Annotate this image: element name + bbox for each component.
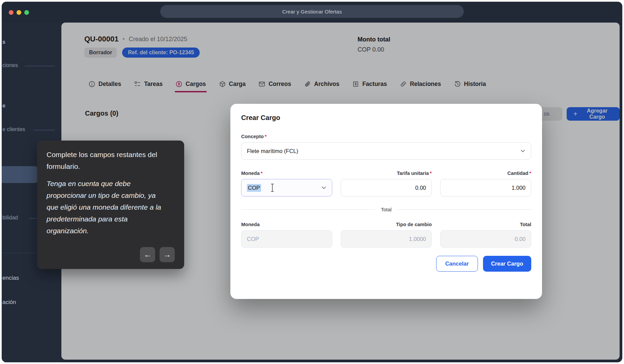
total-divider-label: Total [381, 207, 392, 212]
window-title: Crear y Gestionar Ofertas [282, 9, 342, 14]
required-mark: * [529, 171, 531, 176]
required-mark: * [265, 134, 267, 139]
tarifa-value: 0.00 [415, 185, 426, 191]
total-moneda-label: Moneda [241, 222, 332, 227]
sidebar-item-selected[interactable] [2, 166, 38, 183]
concepto-value: Flete marítimo (FCL) [247, 148, 298, 154]
sidebar-separator [34, 130, 55, 130]
cantidad-value: 1.000 [512, 185, 526, 191]
required-mark: * [430, 171, 432, 176]
total-label: Total [440, 222, 531, 227]
arrow-left-icon: ← [144, 250, 151, 259]
concepto-select[interactable]: Flete marítimo (FCL) [241, 142, 531, 160]
modal-footer: Cancelar Crear Cargo [241, 256, 531, 272]
sidebar-item[interactable]: s [2, 39, 5, 45]
concepto-label: Concepto* [241, 134, 531, 139]
close-window-icon[interactable] [9, 10, 13, 15]
total-input-disabled: 0.00 [440, 230, 531, 248]
tipo-cambio-label: Tipo de cambio [341, 222, 432, 227]
address-bar[interactable]: Crear y Gestionar Ofertas [160, 5, 464, 18]
chevron-down-icon [519, 148, 526, 154]
tarifa-input[interactable]: 0.00 [341, 179, 432, 196]
screenshot-root: Crear y Gestionar Ofertas s ciones e e c… [0, 0, 624, 364]
moneda-label: Moneda* [241, 171, 332, 176]
cancel-button[interactable]: Cancelar [436, 256, 478, 272]
tarifa-label: Tarifa unitaria* [341, 171, 432, 176]
tour-tooltip: Complete los campos restantes del formul… [37, 141, 184, 269]
sidebar-item[interactable]: e [2, 103, 5, 109]
tipo-cambio-value: 1.0000 [409, 236, 426, 242]
tour-next-button[interactable]: → [160, 247, 175, 262]
tipo-cambio-input-disabled: 1.0000 [341, 230, 432, 248]
cantidad-input[interactable]: 1.000 [440, 179, 531, 196]
total-divider: Total [241, 207, 531, 212]
sidebar-item[interactable]: encias [2, 275, 19, 281]
tour-text-2: Tenga en cuenta que debe proporcionar un… [47, 178, 161, 237]
cantidad-label: Cantidad* [440, 171, 531, 176]
chevron-down-icon [320, 184, 327, 191]
tour-text-1: Complete los campos restantes del formul… [47, 149, 161, 172]
modal-title: Crear Cargo [241, 114, 531, 122]
titlebar: Crear y Gestionar Ofertas [2, 2, 622, 23]
total-value: 0.00 [515, 236, 526, 242]
sidebar-item[interactable]: bilidad [2, 215, 18, 221]
tour-navigation: ← → [140, 247, 175, 262]
window-controls [9, 10, 29, 15]
moneda-selected-text: COP [247, 184, 261, 192]
create-charge-modal: Crear Cargo Concepto* Flete marítimo (FC… [230, 104, 542, 299]
moneda-combobox[interactable]: COP [241, 179, 332, 196]
arrow-right-icon: → [163, 250, 171, 259]
sidebar-separator [25, 66, 55, 66]
sidebar-item[interactable]: ciones [2, 62, 18, 68]
create-charge-submit-button[interactable]: Crear Cargo [483, 256, 531, 272]
tour-back-button[interactable]: ← [140, 247, 155, 262]
minimize-window-icon[interactable] [17, 10, 21, 15]
zoom-window-icon[interactable] [24, 10, 29, 15]
total-moneda-value: COP [247, 236, 259, 242]
text-cursor-icon [270, 183, 275, 192]
total-moneda-input-disabled: COP [241, 230, 332, 248]
sidebar-item[interactable]: e clientes [2, 126, 25, 132]
sidebar-item[interactable]: ación [2, 299, 16, 306]
required-mark: * [261, 171, 263, 176]
